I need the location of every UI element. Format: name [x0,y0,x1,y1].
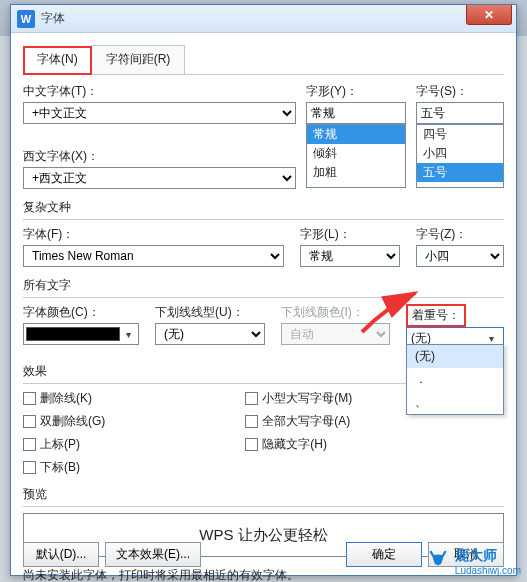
list-item[interactable]: 四号 [417,125,503,144]
underline-label: 下划线线型(U)： [155,304,265,321]
ok-button[interactable]: 确定 [346,542,422,567]
emphasis-dropdown[interactable]: (无) ． 、 [406,344,504,415]
check-superscript[interactable]: 上标(P) [23,436,105,453]
complex-size-label: 字号(Z)： [416,226,504,243]
underline-color-select: 自动 [281,323,391,345]
chinese-font-label: 中文字体(T)： [23,83,296,100]
list-item[interactable]: 五号 [417,163,503,182]
dropdown-option[interactable]: ． [407,368,503,391]
list-item[interactable]: 常规 [307,125,405,144]
western-font-select[interactable]: +西文正文 [23,167,296,189]
size-input[interactable] [416,102,504,124]
title-text: 字体 [41,10,65,27]
dropdown-option[interactable]: (无) [407,345,503,368]
chevron-down-icon: ▾ [120,329,136,340]
size-label: 字号(S)： [416,83,504,100]
chevron-down-icon: ▾ [483,333,499,344]
tab-font[interactable]: 字体(N) [23,46,92,75]
underline-color-label: 下划线颜色(I)： [281,304,391,321]
default-button[interactable]: 默认(D)... [23,542,99,567]
check-smallcaps[interactable]: 小型大写字母(M) [245,390,352,407]
list-item[interactable]: 小四 [417,144,503,163]
western-font-label: 西文字体(X)： [23,148,296,165]
dropdown-option[interactable]: 、 [407,391,503,414]
list-item[interactable]: 加粗 [307,163,405,182]
close-icon: ✕ [484,8,494,22]
check-allcaps[interactable]: 全部大写字母(A) [245,413,352,430]
font-dialog: W 字体 ✕ 字体(N) 字符间距(R) 中文字体(T)： +中文正文 西文字体… [10,4,517,576]
color-label: 字体颜色(C)： [23,304,139,321]
alltext-title: 所有文字 [23,277,504,294]
underline-select[interactable]: (无) [155,323,265,345]
style-listbox[interactable]: 常规 倾斜 加粗 [306,124,406,188]
emphasis-label: 着重号： [406,304,466,327]
app-icon: W [17,10,35,28]
complex-font-select[interactable]: Times New Roman [23,245,284,267]
tab-bar: 字体(N) 字符间距(R) [23,45,504,75]
style-label: 字形(Y)： [306,83,406,100]
check-subscript[interactable]: 下标(B) [23,459,105,476]
check-strikethrough[interactable]: 删除线(K) [23,390,105,407]
preview-title: 预览 [23,486,504,503]
font-color-combo[interactable]: ▾ [23,323,139,345]
style-input[interactable] [306,102,406,124]
complex-size-select[interactable]: 小四 [416,245,504,267]
check-hidden[interactable]: 隐藏文字(H) [245,436,352,453]
deer-icon [425,549,451,575]
chinese-font-select[interactable]: +中文正文 [23,102,296,124]
text-effect-button[interactable]: 文本效果(E)... [105,542,201,567]
complex-font-label: 字体(F)： [23,226,284,243]
titlebar[interactable]: W 字体 ✕ [11,5,516,33]
complex-title: 复杂文种 [23,199,504,216]
complex-style-label: 字形(L)： [300,226,400,243]
size-listbox[interactable]: 四号 小四 五号 [416,124,504,188]
list-item[interactable]: 倾斜 [307,144,405,163]
complex-style-select[interactable]: 常规 [300,245,400,267]
watermark: 鹿大师 Ludashiwj.com [425,547,521,576]
check-double-strikethrough[interactable]: 双删除线(G) [23,413,105,430]
color-swatch [26,327,120,341]
tab-spacing[interactable]: 字符间距(R) [91,45,186,74]
close-button[interactable]: ✕ [466,5,512,25]
